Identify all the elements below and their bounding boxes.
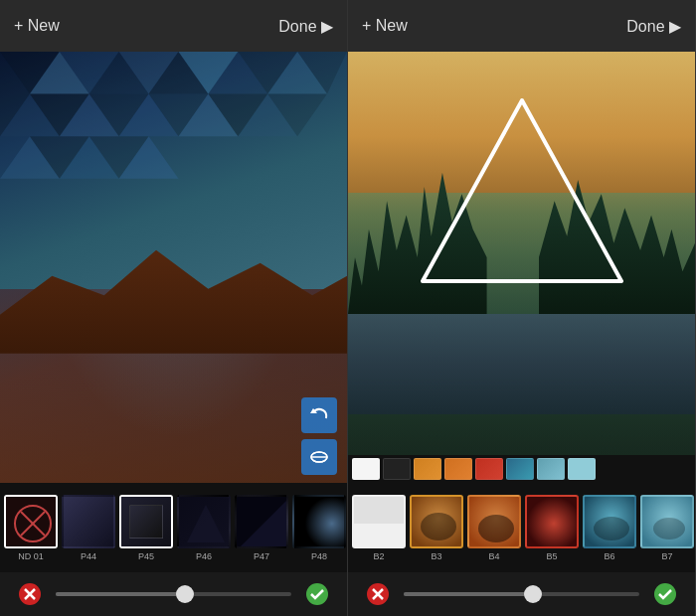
left-slider-thumb[interactable]: [176, 585, 194, 603]
filter-thumb-b6: [583, 495, 636, 548]
svg-rect-41: [294, 497, 346, 548]
filter-item-b7[interactable]: B7: [640, 495, 694, 561]
filter-item-p46[interactable]: P46: [177, 495, 231, 561]
left-done-button[interactable]: Done ▶: [278, 17, 333, 36]
swatch-black[interactable]: [383, 458, 411, 480]
left-done-label: Done ▶: [278, 17, 333, 36]
filter-thumb-b3: [410, 495, 463, 548]
svg-point-50: [421, 513, 456, 540]
b7-preview: [642, 497, 694, 548]
lake: [348, 314, 695, 415]
filter-thumb-nd01: [4, 495, 58, 548]
filter-thumb-p47: [235, 495, 288, 548]
left-panel: + New Done ▶: [0, 0, 348, 616]
right-filter-strip: B2 B3: [348, 483, 695, 572]
filter-item-b2[interactable]: B2: [352, 495, 406, 561]
svg-point-57: [653, 518, 685, 539]
layers-icon: [309, 447, 329, 467]
undo-tool[interactable]: [301, 397, 337, 433]
filter-item-p44[interactable]: P44: [62, 495, 115, 561]
filter-item-b6[interactable]: B6: [583, 495, 636, 561]
right-canvas: [348, 52, 695, 455]
right-slider-track[interactable]: [404, 592, 639, 596]
filter-label-p48: P48: [311, 551, 327, 561]
filter-thumb-p45: [119, 495, 173, 548]
filter-label-p46: P46: [196, 551, 212, 561]
filter-label-p45: P45: [138, 551, 154, 561]
left-header: + New Done ▶: [0, 0, 347, 52]
swatch-white[interactable]: [352, 458, 380, 480]
filter-thumb-b2: [352, 495, 406, 548]
filter-item-nd01[interactable]: ND 01: [4, 495, 58, 561]
filter-thumb-b5: [525, 495, 579, 548]
filter-item-b5[interactable]: B5: [525, 495, 579, 561]
p46-preview: [179, 497, 231, 548]
right-panel: + New Done ▶: [348, 0, 696, 616]
filter-thumb-b7: [640, 495, 694, 548]
right-slider-thumb[interactable]: [524, 585, 542, 603]
b4-preview: [469, 497, 521, 548]
right-header: + New Done ▶: [348, 0, 695, 52]
left-new-button[interactable]: + New: [14, 17, 60, 35]
confirm-icon: [305, 582, 329, 606]
white-triangle-svg: [413, 92, 631, 291]
left-canvas-area[interactable]: [0, 52, 347, 483]
swatch-ltblue1[interactable]: [537, 458, 565, 480]
right-done-label: Done ▶: [626, 17, 681, 36]
left-filter-strip: ND 01 P44 P45: [0, 483, 347, 572]
right-confirm-button[interactable]: [649, 578, 681, 610]
swatch-teal[interactable]: [506, 458, 534, 480]
filter-thumb-p46: [177, 495, 231, 548]
right-slider-row: [348, 572, 695, 616]
svg-rect-53: [527, 497, 579, 548]
filter-thumb-b4: [467, 495, 521, 548]
svg-marker-46: [423, 100, 621, 281]
nd01-preview: [6, 497, 58, 548]
p47-preview: [237, 497, 288, 548]
right-cancel-icon: [366, 582, 390, 606]
right-new-label: + New: [362, 17, 408, 35]
layers-tool[interactable]: [301, 439, 337, 475]
swatch-orange2[interactable]: [444, 458, 472, 480]
triangle-svg: [0, 52, 347, 289]
filter-item-b3[interactable]: B3: [410, 495, 463, 561]
b3-preview: [412, 497, 463, 548]
filter-label-b7: B7: [661, 551, 672, 561]
swatch-orange1[interactable]: [414, 458, 441, 480]
right-cancel-button[interactable]: [362, 578, 394, 610]
filter-label-b6: B6: [604, 551, 614, 561]
svg-point-52: [478, 515, 514, 542]
svg-point-45: [306, 583, 328, 605]
filter-label-p44: P44: [81, 551, 96, 561]
undo-icon: [309, 405, 329, 425]
swatch-red[interactable]: [475, 458, 503, 480]
left-confirm-button[interactable]: [301, 578, 333, 610]
filter-item-p47[interactable]: P47: [235, 495, 288, 561]
filter-label-b2: B2: [373, 551, 384, 561]
filter-item-p45[interactable]: P45: [119, 495, 173, 561]
right-confirm-icon: [653, 582, 677, 606]
left-new-label: + New: [14, 17, 60, 35]
left-cancel-button[interactable]: [14, 578, 46, 610]
right-new-button[interactable]: + New: [362, 17, 408, 35]
right-slider-fill: [404, 592, 533, 596]
filter-label-b3: B3: [431, 551, 441, 561]
cancel-icon: [18, 582, 42, 606]
right-canvas-area[interactable]: [348, 52, 695, 455]
swatch-ltblue2[interactable]: [568, 458, 596, 480]
filter-item-p48[interactable]: P48: [292, 495, 346, 561]
sky-area: [0, 52, 347, 289]
filter-label-p47: P47: [254, 551, 269, 561]
left-canvas: [0, 52, 347, 483]
b5-preview: [527, 497, 579, 548]
filter-item-b4[interactable]: B4: [467, 495, 521, 561]
svg-point-61: [654, 583, 676, 605]
filter-label-b4: B4: [488, 551, 499, 561]
filter-thumb-p48: [292, 495, 346, 548]
left-slider-fill: [56, 592, 185, 596]
right-done-button[interactable]: Done ▶: [626, 17, 681, 36]
b6-preview: [585, 497, 636, 548]
left-slider-track[interactable]: [56, 592, 291, 596]
svg-point-55: [594, 517, 629, 540]
filter-label-b5: B5: [546, 551, 557, 561]
